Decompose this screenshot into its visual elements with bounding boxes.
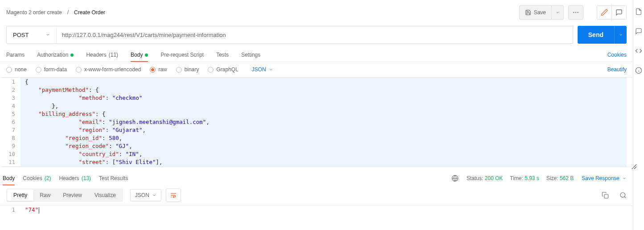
beautify-link[interactable]: Beautify [607, 66, 627, 73]
body-language-select[interactable]: JSON [252, 66, 273, 73]
edit-button[interactable] [597, 5, 612, 20]
chevron-down-icon [555, 10, 560, 15]
tab-tests[interactable]: Tests [216, 48, 229, 62]
status-label: Status: 200 OK [467, 175, 503, 181]
radio-icon [76, 67, 82, 73]
svg-point-2 [578, 12, 578, 13]
method-value: POST [13, 32, 29, 38]
radio-icon [6, 67, 12, 73]
search-icon[interactable] [619, 192, 627, 199]
chevron-down-icon [269, 67, 273, 72]
time-label: Time: 5.93 s [510, 175, 539, 181]
svg-point-1 [575, 12, 576, 13]
line-number: 1 [1, 206, 21, 214]
tab-authorization[interactable]: Authorization [37, 48, 74, 62]
docs-icon[interactable] [635, 8, 642, 15]
response-view-visualize[interactable]: Visualize [88, 189, 122, 201]
save-response-button[interactable]: Save Response [582, 175, 627, 181]
dots-horizontal-icon [572, 9, 579, 16]
more-options-button[interactable] [568, 5, 583, 20]
breadcrumb-separator: / [66, 9, 70, 16]
line-number: 1 [1, 78, 21, 86]
tab-headers[interactable]: Headers(11) [86, 48, 118, 62]
response-tab-headers[interactable]: Headers (13) [59, 172, 91, 185]
line-number: 8 [1, 134, 21, 142]
radio-icon [208, 67, 213, 73]
line-number: 6 [1, 118, 21, 126]
response-view-preview[interactable]: Preview [57, 189, 88, 201]
save-dropdown-button[interactable] [552, 5, 564, 20]
pencil-icon [601, 9, 608, 16]
line-number: 5 [1, 110, 21, 118]
line-number: 2 [1, 86, 21, 94]
response-tab-body[interactable]: Body [3, 172, 15, 185]
send-button[interactable]: Send [578, 26, 614, 44]
breadcrumb-current: Create Order [74, 9, 105, 16]
chevron-down-icon [619, 33, 623, 37]
comment-icon[interactable] [635, 28, 642, 35]
line-number: 3 [1, 94, 21, 102]
response-tab-cookies[interactable]: Cookies (2) [23, 172, 51, 185]
dot-indicator-icon [145, 53, 148, 57]
copy-icon[interactable] [602, 192, 609, 199]
body-type-xwww[interactable]: x-www-form-urlencoded [76, 66, 141, 73]
method-select[interactable]: POST [7, 26, 57, 43]
line-number: 11 [1, 158, 21, 166]
url-input[interactable]: http://127.0.0.1/mag244/rest/V1/carts/mi… [57, 26, 573, 43]
chevron-down-icon [622, 176, 627, 181]
cookies-link[interactable]: Cookies [607, 52, 627, 58]
response-type-select[interactable]: JSON [130, 189, 161, 201]
save-icon [525, 9, 531, 16]
breadcrumb-parent[interactable]: Magento 2 order create [6, 9, 62, 16]
request-body-editor[interactable]: 1{ 2...."paymentMethod": { 3............… [1, 78, 627, 166]
svg-rect-9 [604, 194, 608, 198]
send-dropdown-button[interactable] [614, 26, 627, 44]
comment-icon [615, 9, 623, 16]
body-type-graphql[interactable]: GraphQL [208, 66, 238, 73]
line-number: 9 [1, 142, 21, 150]
response-view-raw[interactable]: Raw [33, 189, 57, 201]
tab-body[interactable]: Body [131, 48, 148, 62]
body-type-none[interactable]: none [6, 66, 27, 73]
comment-button[interactable] [612, 5, 627, 20]
radio-icon [36, 67, 41, 73]
svg-point-0 [573, 12, 574, 13]
dot-indicator-icon [70, 53, 74, 57]
line-number: 10 [1, 150, 21, 158]
globe-icon[interactable] [451, 175, 459, 182]
wrap-icon [170, 192, 177, 199]
tab-params[interactable]: Params [6, 48, 25, 62]
svg-point-10 [620, 193, 625, 197]
save-label: Save [534, 9, 546, 16]
radio-icon [150, 67, 156, 73]
line-number: 7 [1, 126, 21, 134]
chevron-down-icon [152, 193, 156, 197]
info-icon[interactable] [635, 67, 642, 74]
radio-icon [176, 67, 182, 73]
line-number: 4 [1, 102, 21, 110]
tab-pre-request-script[interactable]: Pre-request Script [160, 48, 204, 62]
response-tab-test-results[interactable]: Test Results [99, 172, 128, 185]
size-label: Size: 562 B [546, 175, 574, 181]
wrap-lines-button[interactable] [166, 189, 181, 202]
chevron-down-icon [45, 33, 50, 37]
body-type-formdata[interactable]: form-data [36, 66, 67, 73]
svg-line-11 [624, 197, 626, 198]
code-icon[interactable] [635, 47, 642, 54]
body-type-binary[interactable]: binary [176, 66, 199, 73]
body-type-raw[interactable]: raw [150, 66, 167, 73]
tab-settings[interactable]: Settings [241, 48, 260, 62]
response-view-pretty[interactable]: Pretty [7, 189, 33, 201]
response-body-viewer[interactable]: 1"74" [1, 206, 627, 214]
save-button[interactable]: Save [519, 5, 552, 20]
right-sidebar [633, 0, 644, 214]
